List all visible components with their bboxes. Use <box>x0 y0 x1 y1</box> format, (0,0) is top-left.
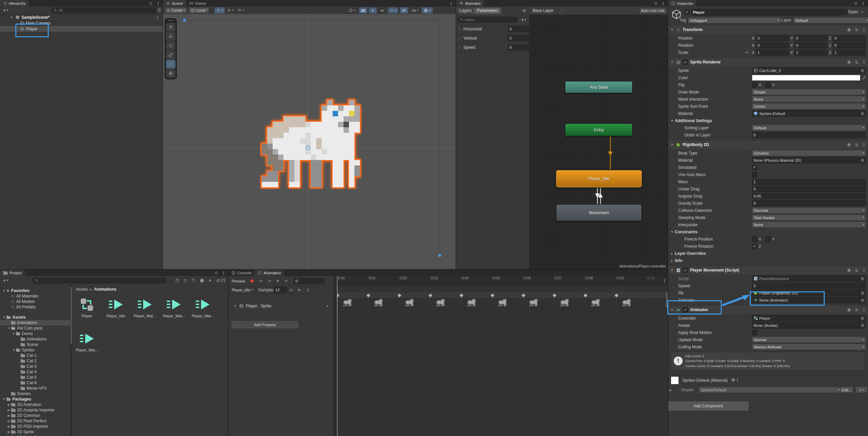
project-tree-item-assets[interactable]: ▼Assets <box>0 315 70 320</box>
draw-mode-dropdown[interactable]: Simple▾ <box>752 89 866 95</box>
kebab-menu-icon[interactable] <box>222 271 226 275</box>
tool-rotate[interactable] <box>166 41 176 50</box>
clip-dropdown[interactable]: Player_Idle▾ <box>230 287 255 293</box>
orientation-button[interactable]: Local▾ <box>188 7 209 14</box>
rb-object-field[interactable]: Player (Rigidbody 2D) <box>752 290 866 296</box>
parameter-row-speed[interactable]: =Speed0 <box>456 43 529 52</box>
keyframe-diamond[interactable] <box>428 293 433 298</box>
tool-move[interactable] <box>166 32 176 41</box>
static-dropdown-caret[interactable]: ▾ <box>862 11 863 14</box>
rotation-y-field[interactable]: 0 <box>794 42 828 48</box>
sleeping-mode-dropdown[interactable]: Start Awake▾ <box>752 214 866 221</box>
object-picker-icon[interactable] <box>859 157 866 163</box>
project-tree-item-pet-cats-pack[interactable]: ▼Pet Cats pack <box>0 325 70 331</box>
animator-object-field[interactable]: None (Animator) <box>752 297 866 303</box>
color-swatch[interactable] <box>752 75 861 81</box>
inspector-row-position[interactable]: PositionX0Y0Z0 <box>668 34 868 42</box>
tool-scale[interactable] <box>166 50 176 59</box>
presets-icon[interactable] <box>854 268 859 273</box>
component-enabled-checkbox[interactable]: ✓ <box>683 59 688 65</box>
inspector-row-gravity-scale[interactable]: Gravity Scale0 <box>668 200 868 207</box>
hierarchy-search-input[interactable]: All <box>51 8 158 13</box>
kebab-menu-icon[interactable] <box>156 1 160 5</box>
inspector-row-animator[interactable]: AnimatorNone (Animator) <box>668 296 868 304</box>
project-tree-item-2d-sprite[interactable]: ▶2D Sprite <box>0 429 70 435</box>
component-header-transform[interactable]: ▼Transform? <box>668 25 868 34</box>
tab-game[interactable]: Game <box>186 0 209 6</box>
hierarchy-item-player[interactable]: Player <box>0 26 163 32</box>
linear-drag-field[interactable]: 0 <box>752 186 866 192</box>
add-parameter-button[interactable]: +▾ <box>519 16 528 23</box>
previous-keyframe-button[interactable] <box>265 278 273 284</box>
inspector-row-update-mode[interactable]: Update ModeNormal▾ <box>668 336 868 343</box>
material-object-field[interactable]: None (Physics Material 2D) <box>752 157 866 163</box>
kebab-menu-icon[interactable] <box>862 308 866 312</box>
kebab-menu-icon[interactable] <box>155 15 159 19</box>
tab-layers[interactable]: Layers <box>457 8 474 14</box>
body-type-dropdown[interactable]: Dynamic▾ <box>752 150 866 156</box>
kebab-menu-icon[interactable] <box>862 28 866 32</box>
component-enabled-checkbox[interactable]: ✓ <box>683 307 688 313</box>
project-tree-item-2d-animation[interactable]: ▶2D Animation <box>0 402 70 407</box>
inspector-row-culling-mode[interactable]: Culling ModeAlways Animate▾ <box>668 343 868 350</box>
tab-scene[interactable]: Scene <box>163 0 186 6</box>
project-tree-item-scene[interactable]: Scene <box>0 342 70 347</box>
interpolate-dropdown[interactable]: None▾ <box>752 221 866 228</box>
inspector-row-scale[interactable]: ScaleX1Y1Z1 <box>668 49 868 56</box>
tab-inspector[interactable]: Inspector <box>668 0 696 6</box>
component-header-player-movement-script-[interactable]: ▼#✓Player Movement (Script)? <box>668 265 868 275</box>
asset-item-player-wal-[interactable]: Player_Wal... <box>73 331 101 352</box>
add-component-button[interactable]: Add Component <box>668 402 748 410</box>
project-tree-item-meow-vfx[interactable]: Meow-VFX <box>0 386 70 391</box>
playhead[interactable] <box>337 276 337 436</box>
project-tree-item-sprites[interactable]: ▼Sprites <box>0 347 70 353</box>
inspector-row-order-in-layer[interactable]: Order in Layer0 <box>668 131 868 139</box>
kebab-menu-icon[interactable] <box>862 143 866 147</box>
tab-project[interactable]: Project <box>0 270 25 276</box>
parameter-value-field[interactable]: 0 <box>508 35 530 41</box>
mask-interaction-dropdown[interactable]: None▾ <box>752 96 866 102</box>
keyframe-diamond[interactable] <box>583 293 588 298</box>
object-picker-icon[interactable] <box>859 111 866 116</box>
asset-item-player-wal-[interactable]: Player_Wal... <box>160 296 187 318</box>
apply-root-motion-checkbox[interactable] <box>752 330 757 335</box>
project-tree-item-all-materials[interactable]: All Materials <box>0 293 70 299</box>
label-tag-icon[interactable] <box>192 278 196 282</box>
kebab-menu-icon[interactable] <box>862 60 866 64</box>
collision-detection-dropdown[interactable]: Discrete▾ <box>752 207 866 214</box>
inspector-row-additional-settings[interactable]: ▼Additional Settings <box>668 117 868 124</box>
inspector-row-freeze-position[interactable]: Freeze PositionXY <box>668 235 868 243</box>
auto-live-link-button[interactable]: Auto Live Link <box>639 8 667 14</box>
kebab-menu-icon[interactable] <box>663 279 667 283</box>
animator-state-player_idle[interactable]: Player_Idle <box>557 171 641 187</box>
create-object-button[interactable]: +▾ <box>1 7 10 14</box>
samples-field[interactable]: 12 <box>274 287 287 293</box>
project-tree-item-scenes[interactable]: Scenes <box>0 391 70 396</box>
lock-icon[interactable] <box>654 1 658 5</box>
scale-z-field[interactable]: 1 <box>833 49 866 56</box>
inspector-row-material[interactable]: MaterialNone (Physics Material 2D) <box>668 157 868 164</box>
inspector-row-script[interactable]: Script#PlayerMovement <box>668 275 868 282</box>
help-icon[interactable]: ? <box>731 378 735 382</box>
scale-y-field[interactable]: 1 <box>794 49 828 56</box>
object-picker-icon[interactable] <box>859 290 866 296</box>
animated-property-row[interactable]: ▼ Player : Sprite ● <box>228 302 333 309</box>
project-tree-item-demo[interactable]: ▼Demo <box>0 331 70 336</box>
scene-viewport[interactable] <box>163 14 456 270</box>
camera-preview-button[interactable]: ▾ <box>410 7 420 14</box>
project-tree-item-cat-2[interactable]: Cat-2 <box>0 358 70 364</box>
flip-y-checkbox[interactable] <box>765 82 771 88</box>
timeline-ruler[interactable]: 0:000:010:020:030:040:050:060:070:080:09… <box>333 276 668 286</box>
next-keyframe-button[interactable] <box>283 278 290 284</box>
static-checkbox[interactable] <box>842 9 847 15</box>
inspector-row-sorting-layer[interactable]: Sorting LayerDefault▾ <box>668 124 868 131</box>
kebab-menu-icon[interactable] <box>661 1 665 5</box>
help-icon[interactable]: ? <box>847 143 851 147</box>
animator-state-any-state[interactable]: Any State <box>565 82 632 93</box>
lock-icon[interactable] <box>214 271 218 275</box>
hierarchy-item-main-camera[interactable]: Main Camera <box>0 20 163 26</box>
inspector-row-material[interactable]: MaterialSprites-Default <box>668 110 868 117</box>
project-tree-item-cat-6[interactable]: Cat-6 <box>0 380 70 386</box>
inspector-row-color[interactable]: Color <box>668 74 868 81</box>
pivot-mode-button[interactable]: Center▾ <box>165 7 187 14</box>
